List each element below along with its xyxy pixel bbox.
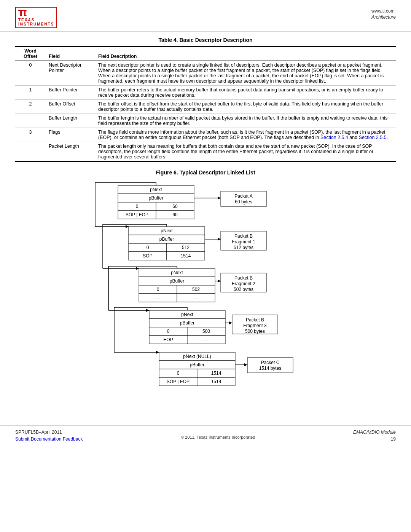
footer-page: 19 bbox=[391, 436, 396, 442]
desc4-pbuffer: pBuffer bbox=[180, 320, 194, 326]
cell-desc: The buffer pointer refers to the actual … bbox=[95, 86, 396, 100]
cell-desc: The buffer length is the actual number o… bbox=[95, 114, 396, 128]
cell-desc: The flags field contains more informatio… bbox=[95, 128, 396, 142]
desc1-bot-left: SOP | EOP bbox=[126, 212, 148, 217]
figure-title: Figure 6. Typical Descriptor Linked List bbox=[15, 169, 396, 176]
desc5-left-val: 0 bbox=[177, 371, 180, 376]
table-row: 1 Buffer Pointer The buffer pointer refe… bbox=[15, 86, 396, 100]
arrow4-head bbox=[229, 321, 232, 324]
desc2-bot-right: 1514 bbox=[181, 253, 191, 259]
desc2-pbuffer: pBuffer bbox=[159, 236, 174, 242]
desc4-right-val: 500 bbox=[202, 329, 210, 334]
cell-field: Buffer Offset bbox=[46, 100, 95, 114]
arrow2-down-head bbox=[136, 267, 139, 270]
arrow1-head bbox=[218, 197, 221, 200]
feedback-link[interactable]: Submit Documentation Feedback bbox=[15, 436, 83, 442]
desc1-pbuffer: pBuffer bbox=[149, 195, 163, 201]
header-url: www.ti.com bbox=[371, 8, 395, 14]
table-title: Table 4. Basic Descriptor Description bbox=[15, 37, 396, 43]
header-section: Architecture bbox=[371, 14, 396, 20]
desc3-bot-right: --- bbox=[194, 295, 198, 300]
packetc-label: Packet C bbox=[261, 360, 280, 365]
logo-texas: TEXAS bbox=[18, 18, 54, 22]
packetb2-label: Packet B bbox=[234, 275, 253, 281]
page-footer: SPRUFL5B–April 2011 Submit Documentation… bbox=[0, 425, 411, 446]
table-row: 2 Buffer Offset The buffer offset is the… bbox=[15, 100, 396, 114]
cell-field: Next DescriptorPointer bbox=[46, 61, 95, 86]
desc2-left-val: 0 bbox=[147, 245, 149, 250]
desc2-bot-left: SOP bbox=[143, 253, 152, 259]
packetb3-sub2: 500 bytes bbox=[245, 329, 265, 334]
link-section-255[interactable]: Section 2.5.5 bbox=[359, 135, 387, 140]
arrow3-down-head bbox=[146, 309, 149, 312]
desc2-right-val: 512 bbox=[182, 245, 190, 250]
cell-field: Packet Length bbox=[46, 142, 95, 162]
cell-offset: 1 bbox=[15, 86, 46, 100]
desc3-pnext: pNext bbox=[171, 270, 183, 275]
desc4-bot-left: EOP bbox=[163, 337, 173, 342]
packetb2-sub1: Fragment 2 bbox=[232, 281, 255, 286]
arrow4-down-head bbox=[156, 351, 159, 354]
desc5-bot-right: 1514 bbox=[211, 379, 221, 384]
footer-doc-id: SPRUFL5B–April 2011 bbox=[15, 430, 83, 435]
cell-desc: The buffer offset is the offset from the… bbox=[95, 100, 396, 114]
packetb3-label: Packet B bbox=[246, 317, 264, 323]
cell-desc: The packet length only has meaning for b… bbox=[95, 142, 396, 162]
footer-copyright: © 2011, Texas Instruments Incorporated bbox=[83, 435, 353, 439]
desc4-left-val: 0 bbox=[167, 329, 170, 334]
footer-module: EMAC/MDIO Module bbox=[353, 430, 396, 435]
col-header-offset: Word Offset bbox=[15, 46, 46, 61]
packet-a-sub: 60 bytes bbox=[235, 199, 252, 204]
desc1-pnext: pNext bbox=[150, 187, 162, 192]
linked-list-diagram: pNext pBuffer 0 60 SOP | EOP 60 Packet A… bbox=[72, 182, 339, 410]
packet-a-label: Packet A bbox=[234, 193, 252, 199]
desc1-left-val: 0 bbox=[136, 204, 139, 209]
logo-ti: 𝕋𝕀 bbox=[18, 9, 54, 18]
main-content: Table 4. Basic Descriptor Description Wo… bbox=[0, 32, 411, 418]
cell-offset bbox=[15, 142, 46, 162]
desc5-right-val: 1514 bbox=[211, 371, 221, 376]
desc3-right-val: 502 bbox=[192, 287, 200, 292]
table-row: Buffer Length The buffer length is the a… bbox=[15, 114, 396, 128]
cell-field: Buffer Pointer bbox=[46, 86, 95, 100]
cell-desc: The next descriptor pointer is used to c… bbox=[95, 61, 396, 86]
cell-offset: 3 bbox=[15, 128, 46, 142]
col-header-desc: Field Description bbox=[95, 46, 396, 61]
link-section-254[interactable]: Section 2.5.4 bbox=[320, 135, 348, 140]
desc3-left-val: 0 bbox=[157, 287, 159, 292]
col-header-field: Field bbox=[46, 46, 95, 61]
desc5-pnext: pNext (NULL) bbox=[183, 354, 211, 359]
table-row: Packet Length The packet length only has… bbox=[15, 142, 396, 162]
cell-offset: 2 bbox=[15, 100, 46, 114]
desc5-bot-left: SOP | EOP bbox=[167, 379, 190, 384]
packetc-sub: 1514 bytes bbox=[259, 366, 282, 371]
desc1-bot-right: 60 bbox=[172, 212, 178, 217]
cell-offset: 0 bbox=[15, 61, 46, 86]
packetb1-label: Packet B bbox=[234, 233, 253, 239]
table-row: 0 Next DescriptorPointer The next descri… bbox=[15, 61, 396, 86]
page-header: 𝕋𝕀 TEXAS INSTRUMENTS www.ti.com Architec… bbox=[0, 0, 411, 32]
desc3-pbuffer: pBuffer bbox=[170, 278, 184, 284]
desc3-bot-left: --- bbox=[156, 295, 160, 300]
logo-instruments: INSTRUMENTS bbox=[18, 22, 54, 26]
diagram-container: pNext pBuffer 0 60 SOP | EOP 60 Packet A… bbox=[15, 182, 396, 410]
arrow5-head bbox=[244, 363, 247, 366]
packetb1-sub2: 512 bytes bbox=[234, 245, 253, 250]
cell-field: Buffer Length bbox=[46, 114, 95, 128]
packetb1-sub1: Fragment 1 bbox=[232, 239, 255, 244]
cell-offset bbox=[15, 114, 46, 128]
packetb3-sub1: Fragment 3 bbox=[243, 323, 267, 328]
table-row: 3 Flags The flags field contains more in… bbox=[15, 128, 396, 142]
cell-field: Flags bbox=[46, 128, 95, 142]
descriptor-table: Word Offset Field Field Description 0 Ne… bbox=[15, 46, 396, 162]
packetb2-sub2: 502 bytes bbox=[234, 287, 253, 292]
desc4-pnext: pNext bbox=[181, 312, 193, 317]
logo-area: 𝕋𝕀 TEXAS INSTRUMENTS bbox=[15, 7, 57, 28]
logo-box: 𝕋𝕀 TEXAS INSTRUMENTS bbox=[15, 7, 57, 28]
desc2-pnext: pNext bbox=[161, 228, 173, 233]
arrow2-head bbox=[218, 238, 221, 241]
arrow1-down-head bbox=[126, 225, 129, 228]
desc5-pbuffer: pBuffer bbox=[190, 362, 204, 367]
arrow3-head bbox=[218, 280, 221, 283]
desc1-right-val: 60 bbox=[172, 204, 178, 209]
